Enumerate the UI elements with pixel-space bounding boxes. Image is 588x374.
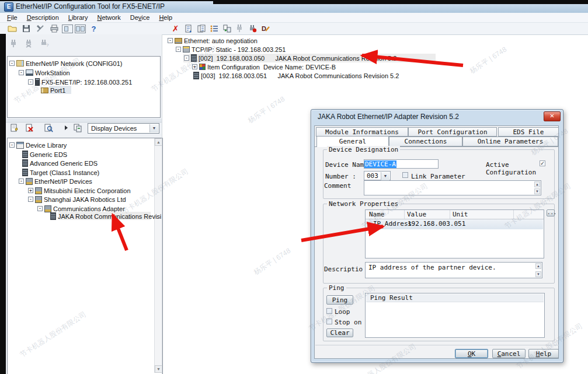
column-value: Value — [407, 211, 426, 218]
number-select[interactable]: 003▼ — [364, 171, 391, 180]
tree-item-ethernet[interactable]: -Ethernet: auto negotiation — [168, 36, 258, 45]
open-file-button[interactable] — [7, 24, 17, 33]
cancel-button[interactable]: Cancel — [492, 349, 526, 358]
chevron-down-icon[interactable]: ▼ — [381, 172, 389, 180]
vendor-icon — [35, 196, 42, 203]
tree-item-target-class1[interactable]: Target (Class1 Instance) — [22, 168, 99, 177]
help-button[interactable]: ? — [89, 24, 99, 33]
network-config-icon — [16, 60, 24, 67]
ok-button[interactable]: OK — [455, 349, 488, 358]
active-configuration-checkbox[interactable]: ✓ — [540, 160, 545, 166]
tree-item-workstation[interactable]: -WorkStation — [19, 68, 70, 77]
collapse-icon[interactable]: - — [19, 70, 24, 75]
ping-button[interactable]: Ping — [326, 295, 353, 305]
save-button[interactable] — [21, 24, 31, 33]
menu-file[interactable]: File — [2, 13, 22, 22]
svg-text:?: ? — [46, 43, 49, 48]
port-icon — [41, 88, 48, 93]
window-layout-2-button[interactable] — [75, 25, 86, 33]
browse-button[interactable]: ... — [547, 209, 555, 216]
tree-item-mitsubishi[interactable]: +Mitsubishi Electric Corporation — [28, 186, 131, 195]
close-icon[interactable]: ✕ — [544, 111, 561, 121]
eds-card-icon — [22, 151, 28, 158]
tab-online-parameters[interactable]: Online Parameters — [462, 137, 558, 146]
scroll-down-icon[interactable]: ▼ — [535, 271, 541, 277]
task-list-button[interactable] — [209, 24, 219, 33]
scroll-up-icon[interactable]: ▲ — [534, 181, 540, 187]
dialog-title: JAKA Robot Ethernet/IP Adapter Revision … — [318, 113, 459, 121]
menu-device[interactable]: Device — [126, 13, 155, 22]
tree-item-shanghai-jaka[interactable]: -Shanghai JAKA Robotics Ltd — [28, 195, 126, 204]
tree-item-ethernet-ip-devices[interactable]: -EtherNet/IP Devices — [19, 177, 92, 186]
delete-button[interactable]: ✗ — [171, 24, 180, 33]
svg-text:D: D — [262, 25, 266, 32]
window-title: EtherNet/IP Configuration Tool for FX5-E… — [16, 2, 165, 11]
menu-description[interactable]: Description — [22, 13, 64, 22]
link-parameter-checkbox[interactable] — [402, 172, 408, 178]
panel-splitter[interactable] — [6, 118, 162, 123]
library-scrollbar[interactable]: ▲ ▼ — [154, 138, 162, 373]
tree-item-network-config[interactable]: -EtherNet/IP Network (CONFIG01) — [9, 59, 122, 68]
table-row[interactable]: ▸ IP Address 192.168.003.051 — [366, 219, 543, 229]
tree-item-port1[interactable]: Port1 — [41, 86, 65, 95]
workstation-icon — [26, 69, 33, 76]
description-input[interactable]: IP address of the partner device. ▲ ▼ — [365, 262, 542, 278]
scroll-up-icon[interactable]: ▲ — [535, 263, 541, 269]
network-status-button[interactable]: ? — [40, 39, 50, 48]
devices-group-icon — [26, 178, 33, 185]
eds-card-icon — [22, 169, 28, 176]
device-name-input[interactable]: DEVICE-A — [364, 159, 439, 169]
library-icon — [16, 142, 24, 149]
tree-item-device-library[interactable]: -Device Library — [9, 141, 67, 149]
chevron-down-icon[interactable]: ▼ — [149, 124, 158, 132]
find-eds-button[interactable] — [43, 123, 53, 132]
print-button[interactable] — [49, 24, 59, 33]
device-check-button[interactable] — [183, 24, 193, 33]
loop-checkbox[interactable] — [326, 308, 332, 314]
window-layout-1-button[interactable] — [62, 25, 73, 33]
network-properties-table[interactable]: Name Value Unit ▸ IP Address 192.168.003… — [365, 209, 544, 258]
menu-help[interactable]: Help — [154, 13, 177, 22]
tab-module-informations[interactable]: Module Informations — [316, 127, 408, 137]
tree-item-advanced-generic-eds[interactable]: Advanced Generic EDS — [22, 159, 98, 167]
tools-button[interactable] — [35, 24, 45, 33]
device-icon — [191, 54, 197, 62]
clear-button[interactable]: Clear — [326, 328, 353, 337]
vendor-icon — [35, 187, 42, 194]
tree-item-generic-eds[interactable]: Generic EDS — [22, 150, 67, 159]
add-eds-button[interactable] — [9, 123, 19, 132]
tab-port-configuration[interactable]: Port Configuration — [408, 127, 497, 137]
collapse-icon[interactable]: - — [28, 79, 33, 85]
group-legend: Device Designation — [327, 146, 400, 153]
help-dialog-button[interactable]: Help — [528, 349, 559, 358]
collapse-icon[interactable]: - — [9, 61, 15, 66]
comment-input[interactable]: ▲ ▼ — [364, 180, 541, 195]
menu-library[interactable]: Library — [64, 13, 93, 22]
tree-item-tcpip[interactable]: -TCP/IP: Static - 192.168.003.251 — [176, 45, 286, 54]
disconnect-network-button[interactable] — [25, 39, 34, 48]
delete-eds-button[interactable] — [25, 123, 34, 132]
insert-device-button[interactable] — [58, 123, 68, 132]
connect-offline-button[interactable] — [235, 24, 245, 33]
active-configuration-label: Active Configuration — [486, 161, 563, 176]
tab-connections[interactable]: Connections — [389, 137, 462, 146]
tree-item-jaka-robot-eds[interactable]: JAKA Robot Communications Revisi — [50, 212, 161, 221]
display-filter-select[interactable]: Display Devices ▼ — [88, 123, 159, 134]
row-expander-icon[interactable]: ▸ — [368, 221, 371, 226]
tab-eds-file[interactable]: EDS File — [498, 127, 559, 137]
tree-item-item-configuration[interactable]: +Item Configuration Device Name: DEVICE-… — [192, 62, 336, 71]
menu-network[interactable]: Network — [92, 13, 125, 22]
menu-bar: File Description Library Network Device … — [0, 13, 588, 23]
connect-network-button[interactable] — [9, 39, 19, 48]
ping-result-box: Ping Result — [365, 293, 545, 338]
tree-item-device-003[interactable]: [003] 192.168.003.051 JAKA Robot Communi… — [193, 71, 399, 80]
network-transfer-button[interactable] — [222, 24, 232, 33]
tree-item-device-002[interactable]: -[002] 192.168.003.050 JAKA Robot Commun… — [184, 54, 396, 62]
scroll-down-icon[interactable]: ▼ — [534, 188, 540, 194]
online-edit-button[interactable]: D — [260, 24, 270, 33]
duplicate-eds-button[interactable] — [72, 123, 82, 132]
stop-on-err-checkbox[interactable] — [326, 319, 332, 324]
device-list-button[interactable] — [196, 24, 206, 33]
connect-online-button[interactable] — [248, 24, 258, 33]
tree-item-fx5-enet[interactable]: -FX5-ENET/IP: 192.168.003.251 — [28, 78, 132, 86]
